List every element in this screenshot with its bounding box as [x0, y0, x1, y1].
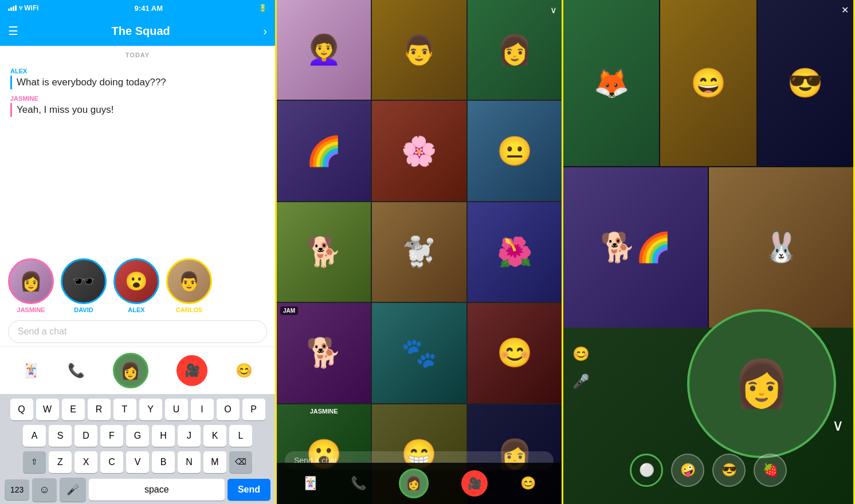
key-s[interactable]: S: [49, 425, 72, 447]
kb-row-1: Q W E R T Y U I O P: [2, 399, 273, 420]
cool-emoji-icon: 😎: [721, 463, 737, 478]
msg-bubble-alex: What is everybody doing today???: [10, 76, 265, 89]
call-photo-3: 😎: [758, 0, 853, 166]
key-z[interactable]: Z: [49, 451, 72, 473]
grid-cell-12[interactable]: 😊: [468, 303, 562, 403]
ctrl-emoji1-button[interactable]: 🤪: [671, 454, 704, 487]
grid-cell-7[interactable]: 🐕: [277, 202, 371, 302]
video-call-panel: 🦊 😄 😎 ✕ 🐕🌈 🐰 😊 🎤 ∨ 👩: [563, 0, 853, 504]
key-m[interactable]: M: [203, 451, 226, 473]
grid-cell-4[interactable]: 🌈: [277, 101, 371, 200]
avatar-item-jasmine[interactable]: 👩 JASMINE: [8, 258, 54, 313]
avatar-item-alex[interactable]: 😮 ALEX: [113, 258, 159, 313]
grid-cell-5[interactable]: 🌸: [372, 101, 466, 200]
chevron-down-icon[interactable]: ∨: [832, 416, 844, 435]
p2-phone-icon[interactable]: 📞: [351, 476, 366, 491]
call-photo-1: 🦊: [563, 0, 659, 166]
call-grid-top: 🦊 😄 😎 ✕: [563, 0, 853, 166]
cell-photo-8: 🐩: [372, 202, 466, 302]
emoji-icon[interactable]: 😊: [236, 363, 253, 379]
key-d[interactable]: D: [74, 425, 97, 447]
key-r[interactable]: R: [88, 399, 111, 420]
key-w[interactable]: W: [36, 399, 59, 420]
key-j[interactable]: J: [178, 425, 201, 447]
key-f[interactable]: F: [100, 425, 123, 447]
ctrl-circle-button[interactable]: ⚪: [630, 454, 663, 487]
ctrl-emoji2-button[interactable]: 😎: [712, 454, 746, 487]
cell-photo-6: 😐: [468, 101, 562, 200]
p2-camera-avatar[interactable]: 👩: [399, 468, 429, 498]
panel2-bottom-bar: 🃏 📞 👩 🎥 😊: [277, 463, 562, 504]
p2-video-button[interactable]: 🎥: [461, 470, 488, 497]
call-photo-4: 🐕🌈: [563, 167, 708, 328]
ctrl-emoji3-button[interactable]: 🍓: [754, 454, 787, 487]
avatar-item-carlos[interactable]: 👨 CARLOS: [166, 258, 212, 313]
avatar-alex: 😮: [113, 258, 159, 304]
grid-cell-1[interactable]: 👩‍🦱: [277, 0, 371, 100]
key-p[interactable]: P: [242, 399, 265, 420]
grid-cell-2[interactable]: 👨: [372, 0, 466, 100]
key-l[interactable]: L: [229, 425, 252, 447]
key-o[interactable]: O: [217, 399, 240, 420]
p2-video-icon: 🎥: [468, 477, 482, 490]
key-e[interactable]: E: [62, 399, 85, 420]
grid-cell-10[interactable]: 🐕 JAM: [277, 303, 371, 403]
phone-icon[interactable]: 📞: [68, 363, 85, 379]
key-space[interactable]: space: [89, 479, 225, 501]
call-cell-mid-1[interactable]: 🐕🌈: [563, 167, 708, 328]
key-h[interactable]: H: [152, 425, 175, 447]
msg-bubble-jasmine: Yeah, I miss you guys!: [10, 103, 265, 117]
grid-cell-8[interactable]: 🐩: [372, 202, 466, 302]
key-y[interactable]: Y: [139, 399, 162, 420]
camera-button[interactable]: 👩: [113, 353, 148, 388]
menu-icon[interactable]: ☰: [8, 24, 18, 38]
key-123[interactable]: 123: [5, 479, 29, 500]
chat-panel: ▿ WiFi 9:41 AM 🔋 ☰ The Squad › TODAY ALE…: [0, 0, 277, 504]
p2-emoji-icon[interactable]: 😊: [520, 476, 536, 491]
face-filter-icon[interactable]: 😊: [572, 346, 590, 362]
key-c[interactable]: C: [100, 451, 123, 473]
key-g[interactable]: G: [126, 425, 149, 447]
wink-emoji-icon: 🤪: [680, 463, 696, 478]
video-grid: 👩‍🦱 👨 👩 ∨ 🌈 🌸 😐 🐕 🐩 🌺 🐕: [277, 0, 562, 504]
key-send[interactable]: Send: [228, 479, 270, 501]
kb-row-3: ⇧ Z X C V B N M ⌫: [2, 451, 273, 473]
call-cell-top-3[interactable]: 😎 ✕: [758, 0, 853, 166]
action-bar: 🃏 📞 👩 🎥 😊: [0, 346, 275, 394]
key-u[interactable]: U: [165, 399, 188, 420]
avatar-name-jasmine: JASMINE: [17, 306, 45, 313]
send-chat-input[interactable]: Send a chat: [8, 320, 267, 343]
cell-photo-1: 👩‍🦱: [277, 0, 371, 100]
video-call-button[interactable]: 🎥: [177, 355, 207, 386]
grid-cell-9[interactable]: 🌺: [468, 202, 562, 302]
call-cell-top-2[interactable]: 😄: [660, 0, 756, 166]
grid-cell-11[interactable]: 🐾: [372, 303, 466, 403]
mic-icon[interactable]: 🎤: [572, 373, 590, 389]
call-grid-mid: 🐕🌈 🐰: [563, 167, 853, 328]
cell-photo-7: 🐕: [277, 202, 371, 302]
grid-cell-3[interactable]: 👩 ∨: [468, 0, 562, 100]
call-cell-mid-2[interactable]: 🐰: [709, 167, 853, 328]
key-q[interactable]: Q: [10, 399, 33, 420]
key-n[interactable]: N: [178, 451, 201, 473]
key-shift[interactable]: ⇧: [23, 451, 46, 473]
key-x[interactable]: X: [74, 451, 97, 473]
avatar-item-david[interactable]: 🕶️ DAVID: [61, 258, 107, 313]
video-grid-panel: 👩‍🦱 👨 👩 ∨ 🌈 🌸 😐 🐕 🐩 🌺 🐕: [277, 0, 563, 504]
avatar-name-alex: ALEX: [128, 306, 144, 313]
key-k[interactable]: K: [203, 425, 226, 447]
key-v[interactable]: V: [126, 451, 149, 473]
key-t[interactable]: T: [113, 399, 136, 420]
call-cell-top-1[interactable]: 🦊: [563, 0, 659, 166]
grid-cell-6[interactable]: 😐: [468, 101, 562, 200]
key-a[interactable]: A: [23, 425, 46, 447]
key-b[interactable]: B: [152, 451, 175, 473]
sticker-icon[interactable]: 🃏: [22, 363, 40, 379]
key-emoji[interactable]: ☺: [32, 478, 56, 502]
key-i[interactable]: I: [191, 399, 214, 420]
chevron-right-icon[interactable]: ›: [263, 25, 267, 38]
key-delete[interactable]: ⌫: [229, 451, 252, 473]
p2-sticker-icon[interactable]: 🃏: [303, 476, 318, 491]
main-video-circle[interactable]: 👩: [687, 309, 836, 458]
key-mic[interactable]: 🎤: [60, 478, 86, 502]
